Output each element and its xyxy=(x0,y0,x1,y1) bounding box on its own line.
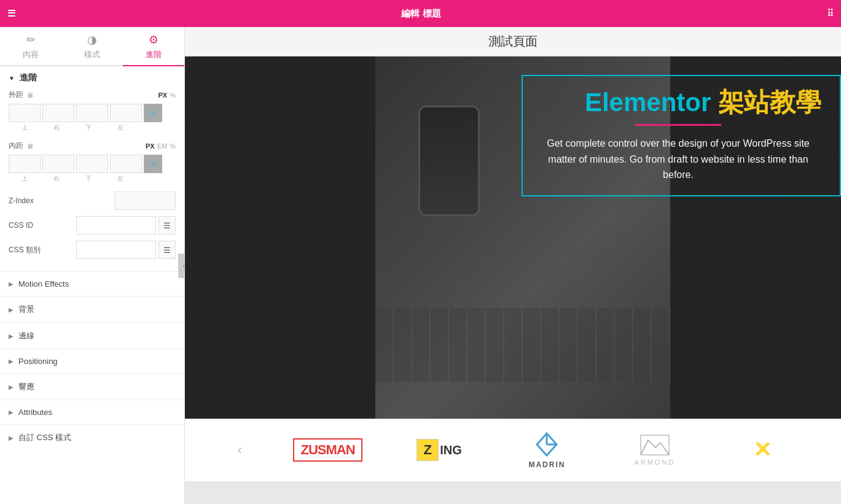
tab-style[interactable]: ◑ 樣式 xyxy=(61,27,123,65)
advanced-tab-label: 進階 xyxy=(146,49,162,60)
margin-sublabels: 上 右 下 左 xyxy=(9,123,176,132)
margin-link-button[interactable]: 🔗 xyxy=(144,104,162,122)
advanced-arrow-icon: ▼ xyxy=(9,75,15,82)
margin-label-row: 外距 🖥 PX % xyxy=(9,90,176,100)
hero-title-part1: Elementor xyxy=(585,88,711,117)
attributes-header[interactable]: ▶ Attributes xyxy=(0,400,184,424)
advanced-section-label: 進階 xyxy=(20,72,37,83)
margin-bottom-input[interactable] xyxy=(76,104,108,122)
padding-sublabels: 上 右 下 左 xyxy=(9,174,176,183)
sidebar-content: ▼ 進階 外距 🖥 PX % xyxy=(0,66,184,504)
margin-top-input[interactable] xyxy=(9,104,41,122)
attributes-arrow: ▶ xyxy=(9,409,14,416)
margin-group: 外距 🖥 PX % 🔗 xyxy=(9,90,176,132)
logo-zusman: ZUSMAN xyxy=(293,438,362,462)
positioning-header[interactable]: ▶ Positioning xyxy=(0,349,184,373)
background-section: ▶ 背景 xyxy=(0,296,184,322)
border-header[interactable]: ▶ 邊線 xyxy=(0,323,184,349)
hero-divider xyxy=(635,124,721,126)
margin-right-label: 右 xyxy=(41,123,72,132)
padding-monitor-icon: 🖥 xyxy=(26,142,33,150)
motion-effects-arrow: ▶ xyxy=(9,281,14,287)
padding-right-input[interactable] xyxy=(42,155,74,173)
border-arrow: ▶ xyxy=(9,333,14,339)
tab-advanced[interactable]: ⚙ 進階 xyxy=(123,27,184,66)
padding-unit-em[interactable]: EM xyxy=(157,142,168,150)
css-id-label: CSS ID xyxy=(9,221,45,230)
sidebar: ✏ 內容 ◑ 樣式 ⚙ 進階 ▼ 進階 xyxy=(0,27,185,504)
hamburger-icon[interactable]: ☰ xyxy=(7,8,15,19)
sidebar-collapse-handle[interactable]: ‹ xyxy=(178,254,185,278)
style-tab-icon: ◑ xyxy=(87,33,97,47)
padding-bottom-label: 下 xyxy=(72,174,104,183)
margin-unit-percent[interactable]: % xyxy=(170,91,176,99)
page-title: 測試頁面 xyxy=(488,34,538,48)
zindex-row: Z-Index xyxy=(9,192,176,210)
padding-left-input[interactable] xyxy=(110,155,142,173)
background-label: 背景 xyxy=(18,304,34,315)
armond-text: ARMOND xyxy=(634,459,675,466)
padding-top-label: 上 xyxy=(9,174,41,183)
padding-bottom-input[interactable] xyxy=(76,155,108,173)
background-header[interactable]: ▶ 背景 xyxy=(0,297,184,322)
margin-unit-px[interactable]: PX xyxy=(158,91,168,99)
positioning-arrow: ▶ xyxy=(9,358,14,365)
advanced-content: 外距 🖥 PX % 🔗 xyxy=(0,90,184,271)
zindex-label: Z-Index xyxy=(9,196,34,205)
custom-css-arrow: ▶ xyxy=(9,435,14,441)
css-class-input[interactable] xyxy=(76,241,156,259)
border-label: 邊線 xyxy=(18,330,34,341)
css-id-right: ☰ xyxy=(76,216,176,235)
padding-group: 內距 🖥 PX EM % 🔗 xyxy=(9,141,176,183)
css-class-right: ☰ xyxy=(76,241,176,259)
responsive-arrow: ▶ xyxy=(9,384,14,390)
grid-icon[interactable]: ⠿ xyxy=(827,8,834,19)
css-id-input[interactable] xyxy=(76,216,156,235)
content-tab-icon: ✏ xyxy=(26,33,36,47)
custom-css-label: 自訂 CSS 樣式 xyxy=(18,432,71,443)
margin-label: 外距 🖥 xyxy=(9,90,33,100)
custom-css-header[interactable]: ▶ 自訂 CSS 樣式 xyxy=(0,425,184,451)
padding-top-input[interactable] xyxy=(9,155,41,173)
logo-zing: Z ING xyxy=(409,439,470,461)
preview-area: 測試頁面 Elementor 架站教學 Get complete control… xyxy=(185,27,841,504)
madrin-text: MADRIN xyxy=(528,460,565,469)
logo-prev-button[interactable]: ‹ xyxy=(233,442,247,458)
tab-content[interactable]: ✏ 內容 xyxy=(0,27,61,65)
attributes-section: ▶ Attributes xyxy=(0,400,184,424)
padding-unit-px[interactable]: PX xyxy=(146,142,155,150)
css-class-row: CSS 類別 ☰ xyxy=(9,241,176,259)
positioning-label: Positioning xyxy=(18,357,58,366)
style-tab-label: 樣式 xyxy=(84,49,100,60)
padding-units: PX EM % xyxy=(146,142,176,150)
hero-phone xyxy=(418,106,480,216)
css-id-icon-btn[interactable]: ☰ xyxy=(158,216,176,235)
logo-madrin: MADRIN xyxy=(516,431,577,469)
preview-topbar: 測試頁面 xyxy=(185,27,841,56)
advanced-section-header[interactable]: ▼ 進階 xyxy=(0,66,184,90)
advanced-tab-icon: ⚙ xyxy=(149,33,158,47)
margin-left-input[interactable] xyxy=(110,104,142,122)
padding-label: 內距 🖥 xyxy=(9,141,33,151)
css-class-icon-btn[interactable]: ☰ xyxy=(158,241,176,259)
hero-section: Elementor 架站教學 Get complete control over… xyxy=(185,56,841,419)
margin-top-label: 上 xyxy=(9,123,41,132)
preview-content[interactable]: Elementor 架站教學 Get complete control over… xyxy=(185,56,841,504)
content-tab-label: 內容 xyxy=(23,49,39,60)
margin-monitor-icon: 🖥 xyxy=(26,91,33,99)
motion-effects-header[interactable]: ▶ Motion Effects xyxy=(0,272,184,296)
padding-link-button[interactable]: 🔗 xyxy=(144,155,162,173)
sidebar-tabs: ✏ 內容 ◑ 樣式 ⚙ 進階 xyxy=(0,27,184,66)
motion-effects-section: ▶ Motion Effects xyxy=(0,271,184,296)
zing-text: ING xyxy=(440,443,462,457)
margin-left-label: 左 xyxy=(104,123,136,132)
responsive-section: ▶ 響應 xyxy=(0,373,184,400)
margin-right-input[interactable] xyxy=(42,104,74,122)
hero-keyboard xyxy=(375,308,670,382)
madrin-icon xyxy=(533,431,560,458)
zusman-text: ZUSMAN xyxy=(293,438,362,462)
logo-x: ✕ xyxy=(732,437,793,463)
responsive-header[interactable]: ▶ 響應 xyxy=(0,374,184,400)
zindex-input[interactable] xyxy=(114,192,176,210)
padding-unit-percent[interactable]: % xyxy=(170,142,176,150)
